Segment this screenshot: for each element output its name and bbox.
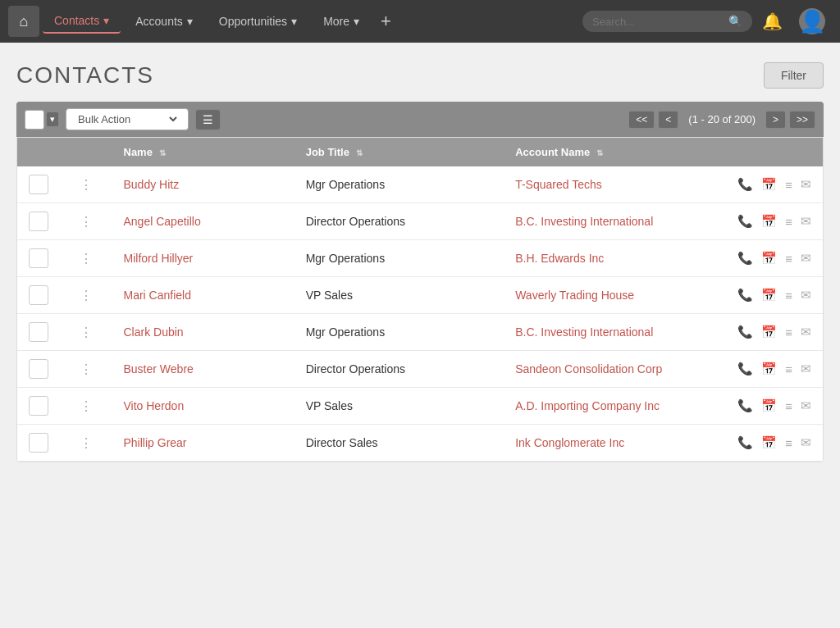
row-menu-icon[interactable]: ⋮ — [76, 215, 96, 229]
activity-icon[interactable]: ≡ — [785, 436, 792, 450]
activity-icon[interactable]: ≡ — [785, 399, 792, 413]
select-all-checkbox[interactable] — [25, 110, 44, 130]
call-icon[interactable]: 📞 — [737, 362, 753, 376]
row-menu-icon[interactable]: ⋮ — [76, 252, 96, 266]
call-icon[interactable]: 📞 — [737, 177, 753, 192]
call-icon[interactable]: 📞 — [737, 214, 753, 229]
row-menu-icon[interactable]: ⋮ — [76, 399, 96, 413]
email-icon[interactable]: ✉ — [801, 214, 811, 229]
select-dropdown-button[interactable]: ▾ — [46, 111, 59, 127]
activity-icon[interactable]: ≡ — [785, 178, 792, 192]
list-view-button[interactable]: ☰ — [195, 109, 221, 130]
next-page-button[interactable]: > — [765, 111, 786, 129]
accounts-chevron-icon: ▾ — [187, 15, 193, 28]
row-checkbox[interactable] — [29, 248, 48, 268]
last-page-button[interactable]: >> — [789, 111, 815, 129]
activity-icon[interactable]: ≡ — [785, 215, 792, 229]
nav-contacts[interactable]: Contacts ▾ — [43, 9, 121, 34]
contact-name-link[interactable]: Phillip Grear — [124, 436, 187, 449]
row-checkbox[interactable] — [29, 285, 48, 305]
row-checkbox[interactable] — [29, 359, 48, 379]
row-checkbox-cell — [17, 203, 65, 240]
call-icon[interactable]: 📞 — [737, 325, 753, 339]
activity-icon[interactable]: ≡ — [785, 362, 792, 376]
nav-accounts[interactable]: Accounts ▾ — [124, 10, 204, 33]
pagination: << < (1 - 20 of 200) > >> — [628, 111, 815, 129]
row-checkbox[interactable] — [29, 322, 48, 342]
home-button[interactable]: ⌂ — [8, 6, 39, 37]
notifications-button[interactable]: 🔔 — [756, 8, 789, 34]
row-menu-icon[interactable]: ⋮ — [76, 362, 96, 376]
call-icon[interactable]: 📞 — [737, 251, 753, 266]
account-name-link[interactable]: B.C. Investing International — [515, 215, 653, 228]
col-header-job[interactable]: Job Title ⇅ — [294, 138, 504, 166]
bulk-action-select[interactable]: Bulk Action Delete Mass Update Merge Sen… — [75, 112, 180, 126]
page-title: CONTACTS — [16, 62, 154, 89]
calendar-icon[interactable]: 📅 — [761, 177, 777, 192]
email-icon[interactable]: ✉ — [801, 325, 811, 339]
contact-name-link[interactable]: Buddy Hitz — [124, 178, 180, 191]
contact-name-link[interactable]: Clark Dubin — [124, 325, 184, 339]
calendar-icon[interactable]: 📅 — [761, 251, 777, 266]
job-title-value: Director Operations — [306, 362, 405, 375]
email-icon[interactable]: ✉ — [801, 362, 811, 376]
calendar-icon[interactable]: 📅 — [761, 435, 777, 450]
account-sort-icon[interactable]: ⇅ — [596, 148, 603, 157]
call-icon[interactable]: 📞 — [737, 288, 753, 303]
email-icon[interactable]: ✉ — [801, 435, 811, 450]
calendar-icon[interactable]: 📅 — [761, 325, 777, 339]
contact-name-link[interactable]: Vito Herdon — [124, 399, 185, 412]
row-checkbox[interactable] — [29, 396, 48, 416]
row-checkbox[interactable] — [29, 212, 48, 231]
row-checkbox[interactable] — [29, 433, 48, 453]
job-sort-icon[interactable]: ⇅ — [356, 148, 363, 157]
account-name-link[interactable]: A.D. Importing Company Inc — [515, 399, 660, 412]
job-title-cell: Mgr Operations — [294, 314, 504, 351]
row-actions-cell: 📞 📅 ≡ ✉ — [705, 277, 823, 314]
account-name-link[interactable]: T-Squared Techs — [515, 178, 602, 191]
calendar-icon[interactable]: 📅 — [761, 288, 777, 303]
contact-name-link[interactable]: Milford Hillyer — [124, 252, 194, 265]
call-icon[interactable]: 📞 — [737, 398, 753, 413]
contact-name-cell: Buster Webre — [112, 351, 294, 388]
first-page-button[interactable]: << — [628, 111, 655, 129]
prev-page-button[interactable]: < — [658, 111, 678, 129]
account-name-link[interactable]: B.H. Edwards Inc — [515, 252, 604, 265]
nav-opportunities[interactable]: Opportunities ▾ — [208, 10, 308, 33]
job-title-value: VP Sales — [306, 289, 353, 302]
row-menu-icon[interactable]: ⋮ — [76, 325, 96, 339]
contact-name-link[interactable]: Angel Capetillo — [124, 215, 201, 228]
contact-name-link[interactable]: Mari Canfield — [124, 289, 191, 302]
col-header-name[interactable]: Name ⇅ — [112, 138, 294, 166]
row-checkbox[interactable] — [29, 175, 48, 194]
account-name-link[interactable]: Waverly Trading House — [515, 289, 634, 302]
email-icon[interactable]: ✉ — [801, 177, 811, 192]
add-button[interactable]: + — [374, 11, 398, 32]
email-icon[interactable]: ✉ — [801, 398, 811, 413]
contact-name-link[interactable]: Buster Webre — [124, 362, 194, 375]
calendar-icon[interactable]: 📅 — [761, 214, 777, 229]
bulk-action-dropdown[interactable]: Bulk Action Delete Mass Update Merge Sen… — [66, 108, 189, 130]
row-menu-icon[interactable]: ⋮ — [76, 289, 96, 303]
account-name-cell: T-Squared Techs — [504, 166, 704, 203]
row-menu-icon[interactable]: ⋮ — [76, 436, 96, 450]
call-icon[interactable]: 📞 — [737, 435, 753, 450]
filter-button[interactable]: Filter — [764, 62, 824, 89]
row-menu-icon[interactable]: ⋮ — [76, 178, 96, 192]
email-icon[interactable]: ✉ — [801, 251, 811, 266]
calendar-icon[interactable]: 📅 — [761, 362, 777, 376]
calendar-icon[interactable]: 📅 — [761, 398, 777, 413]
account-name-link[interactable]: Sandeon Consolidation Corp — [515, 362, 662, 375]
search-input[interactable] — [592, 16, 724, 28]
col-header-account[interactable]: Account Name ⇅ — [504, 138, 704, 166]
email-icon[interactable]: ✉ — [801, 288, 811, 303]
user-menu-button[interactable]: 👤 — [792, 5, 832, 38]
activity-icon[interactable]: ≡ — [785, 289, 792, 303]
activity-icon[interactable]: ≡ — [785, 252, 792, 266]
name-sort-icon[interactable]: ⇅ — [159, 148, 166, 157]
activity-icon[interactable]: ≡ — [785, 325, 792, 339]
contact-name-cell: Buddy Hitz — [112, 166, 294, 203]
nav-more[interactable]: More ▾ — [312, 10, 371, 33]
account-name-link[interactable]: Ink Conglomerate Inc — [515, 436, 624, 449]
account-name-link[interactable]: B.C. Investing International — [515, 325, 653, 339]
